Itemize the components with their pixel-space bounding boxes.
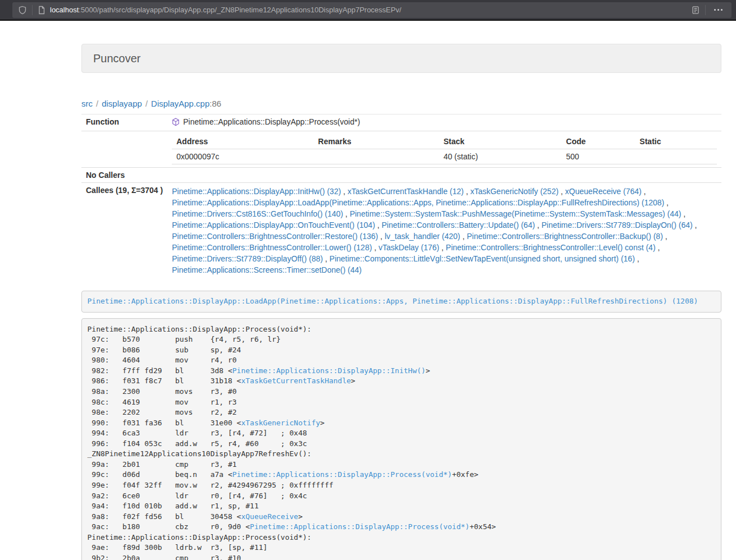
callee-link[interactable]: Pinetime::Drivers::St7789::DisplayOn() (… xyxy=(542,221,693,229)
callee-link[interactable]: Pinetime::Applications::DisplayApp::Init… xyxy=(172,187,341,196)
callee-link[interactable]: Pinetime::Components::LittleVgl::SetNewT… xyxy=(330,254,635,263)
callee-link[interactable]: Pinetime::Applications::DisplayApp::Load… xyxy=(172,198,664,207)
callee-link[interactable]: xQueueReceive (764) xyxy=(565,187,642,196)
callee-link[interactable]: Pinetime::Controllers::BrightnessControl… xyxy=(446,243,655,252)
page-title: Puncover xyxy=(81,44,721,73)
page-icon[interactable] xyxy=(38,6,45,15)
asm-symbol-link[interactable]: xTaskGenericNotify xyxy=(241,419,320,427)
callee-link[interactable]: Pinetime::Controllers::BrightnessControl… xyxy=(172,232,378,241)
callee-link[interactable]: Pinetime::Controllers::Battery::Update()… xyxy=(382,221,535,229)
callees-label: Callees (19, Σ=3704 ) xyxy=(81,182,167,278)
metrics-values-row: 0x0000097c 40 (static) 500 xyxy=(172,149,717,164)
static-value xyxy=(635,149,717,164)
asm-symbol-link[interactable]: Pinetime::Applications::DisplayApp::Proc… xyxy=(250,522,469,531)
callee-link[interactable]: Pinetime::Drivers::St7789::DisplayOff() … xyxy=(172,254,323,263)
reader-view-icon[interactable] xyxy=(691,6,700,15)
col-header-remarks: Remarks xyxy=(314,134,439,149)
metrics-row-label xyxy=(81,131,167,167)
urlbar-divider-2 xyxy=(705,5,706,15)
address-value: 0x0000097c xyxy=(172,149,313,164)
col-header-address: Address xyxy=(172,134,313,149)
asm-symbol-link[interactable]: Pinetime::Applications::DisplayApp::Proc… xyxy=(232,470,452,479)
breadcrumb-link-file[interactable]: DisplayApp.cpp xyxy=(151,99,209,108)
url-text: localhost:5000/path/src/displayapp/Displ… xyxy=(50,6,691,14)
callee-link[interactable]: Pinetime::Controllers::BrightnessControl… xyxy=(467,232,662,241)
callee-link[interactable]: vTaskDelay (176) xyxy=(378,243,439,252)
col-header-static: Static xyxy=(635,134,717,149)
function-label: Function xyxy=(81,114,167,131)
callee-link[interactable]: Pinetime::Controllers::BrightnessControl… xyxy=(172,243,372,252)
remarks-value xyxy=(314,149,439,164)
breadcrumb-link-src[interactable]: src xyxy=(81,99,93,108)
callee-link[interactable]: xTaskGenericNotify (252) xyxy=(470,187,559,196)
browser-toolbar: localhost:5000/path/src/displayapp/Displ… xyxy=(0,0,736,20)
callees-list: Pinetime::Applications::DisplayApp::Init… xyxy=(167,182,721,278)
callee-link[interactable]: Pinetime::Applications::DisplayApp::OnTo… xyxy=(172,221,375,229)
loadapp-link[interactable]: Pinetime::Applications::DisplayApp::Load… xyxy=(88,297,698,305)
overflow-menu-icon[interactable] xyxy=(711,9,726,11)
stack-value: 40 (static) xyxy=(439,149,561,164)
url-path: :5000/path/src/displayapp/DisplayApp.cpp… xyxy=(79,6,401,14)
callee-link[interactable]: Pinetime::System::SystemTask::PushMessag… xyxy=(350,209,682,218)
code-value: 500 xyxy=(561,149,635,164)
urlbar-divider xyxy=(32,5,33,15)
metrics-row: Address Remarks Stack Code Static 0x0000… xyxy=(81,131,721,167)
function-row: Function Pinetime::Applications::Display… xyxy=(81,114,721,131)
breadcrumb-link-displayapp[interactable]: displayapp xyxy=(102,99,142,108)
no-callers-label: No Callers xyxy=(81,167,167,182)
no-callers-row: No Callers xyxy=(81,167,721,182)
callee-link[interactable]: xTaskGetCurrentTaskHandle (12) xyxy=(348,187,464,196)
asm-symbol-link[interactable]: xTaskGetCurrentTaskHandle xyxy=(241,377,351,385)
asm-symbol-link[interactable]: xQueueReceive xyxy=(241,512,298,521)
disassembly: Pinetime::Applications::DisplayApp::Proc… xyxy=(81,318,721,560)
breadcrumb-line-number: :86 xyxy=(209,99,221,108)
url-bar[interactable]: localhost:5000/path/src/displayapp/Displ… xyxy=(12,2,732,18)
function-name: Pinetime::Applications::DisplayApp::Proc… xyxy=(183,117,360,126)
metrics-table: Address Remarks Stack Code Static 0x0000… xyxy=(172,134,717,164)
callee-link[interactable]: Pinetime::Drivers::Cst816S::GetTouchInfo… xyxy=(172,209,343,218)
breadcrumb-separator: / xyxy=(96,99,98,108)
col-header-stack: Stack xyxy=(439,134,561,149)
loadapp-highlight-pre: Pinetime::Applications::DisplayApp::Load… xyxy=(81,291,721,313)
breadcrumb-separator: / xyxy=(145,99,148,108)
callees-row: Callees (19, Σ=3704 ) Pinetime::Applicat… xyxy=(81,182,721,278)
callee-link[interactable]: lv_task_handler (420) xyxy=(385,232,460,241)
window-separator xyxy=(0,20,736,21)
function-table: Function Pinetime::Applications::Display… xyxy=(81,114,721,278)
page-container: Puncover src/displayapp/DisplayApp.cpp:8… xyxy=(81,44,721,560)
url-domain: localhost xyxy=(50,6,79,14)
col-header-code: Code xyxy=(561,134,635,149)
callee-link[interactable]: Pinetime::Applications::Screens::Timer::… xyxy=(172,265,362,274)
tracking-shield-icon[interactable] xyxy=(18,6,27,15)
breadcrumb: src/displayapp/DisplayApp.cpp:86 xyxy=(81,99,721,108)
asm-symbol-link[interactable]: Pinetime::Applications::DisplayApp::Init… xyxy=(232,366,426,375)
symbol-cube-icon xyxy=(172,118,180,126)
